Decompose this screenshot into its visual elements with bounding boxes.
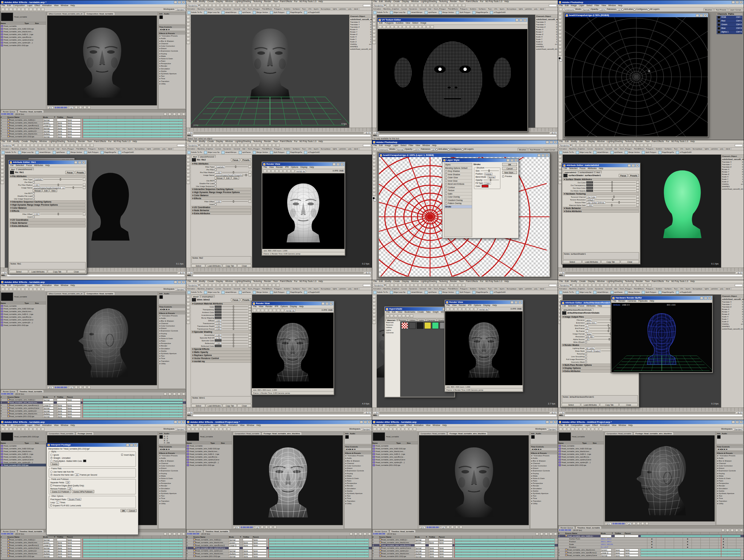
shelf-tab[interactable]: lkonoptasye xyxy=(320,8,332,10)
effects-category[interactable]: ▸ Color Correction xyxy=(530,464,557,467)
shelf-tab[interactable]: Banshee_Graphics xyxy=(197,8,215,10)
trkmat-select[interactable]: None xyxy=(57,552,67,555)
palette-well-tab[interactable]: Tool Presets xyxy=(714,8,728,11)
attr-value[interactable]: Out Color xyxy=(586,196,596,198)
timeline-column-header[interactable]: TrkMat xyxy=(615,532,624,534)
channel-row[interactable]: Translate Z0 xyxy=(349,26,372,28)
close-button[interactable]: × xyxy=(704,14,707,17)
shelf-item[interactable]: detachSkinpo xyxy=(222,151,236,154)
shelf-tab[interactable]: stand xyxy=(353,288,360,290)
effects-category[interactable]: ▸ Transition xyxy=(159,80,185,82)
status-line-tool-icon[interactable] xyxy=(248,144,252,147)
timeline-column-header[interactable]: Source Name xyxy=(7,116,43,118)
style-checkbox[interactable] xyxy=(445,186,447,188)
maximize-button[interactable]: □ xyxy=(736,1,739,4)
maximize-button[interactable]: □ xyxy=(78,161,81,164)
layer-duration-bar[interactable] xyxy=(83,413,183,415)
menu-item[interactable]: Edit xyxy=(193,280,197,283)
status-line-tool-icon[interactable] xyxy=(632,144,635,147)
attr-button[interactable]: Edit xyxy=(43,189,49,192)
effects-category[interactable]: ▸ Synthetic Aperture xyxy=(344,492,371,495)
style-list-item[interactable]: Color Overlay xyxy=(444,195,472,199)
anti-alias-checkbox[interactable] xyxy=(622,9,624,10)
project-item[interactable]: Head_turntable_wire_spideryCarve xyxy=(0,318,46,321)
shelf-tab[interactable]: PaintEffects xyxy=(75,148,87,150)
menu-item[interactable]: Toon xyxy=(273,140,278,143)
shelf-tab[interactable]: layers xyxy=(685,148,692,150)
shelf-tab[interactable]: Animation xyxy=(558,288,568,290)
mode-select[interactable]: Rendering xyxy=(559,144,570,147)
shelf-item[interactable]: zzToggleSubD xyxy=(304,151,320,154)
project-item[interactable]: Head_turntable xyxy=(186,444,232,447)
status-line-tool-icon[interactable] xyxy=(576,144,580,147)
status-line-tool-icon[interactable] xyxy=(616,144,620,147)
channel-row[interactable]: Rotate X0 xyxy=(721,168,744,171)
parent-select[interactable]: None xyxy=(67,404,81,407)
layer-ruler[interactable] xyxy=(81,538,186,541)
shelf-item[interactable]: spinFaces xyxy=(610,151,623,154)
status-line-tool-icon[interactable] xyxy=(402,284,406,287)
parent-select[interactable]: None xyxy=(67,399,81,401)
timeline-timecode[interactable]: 0:00:00:00 xyxy=(1,393,13,395)
shelf-item[interactable]: Subdiv To Po xyxy=(2,151,16,154)
layer-duration-bar[interactable] xyxy=(269,542,369,544)
effects-category[interactable]: ▸ Synthetic Aperture xyxy=(716,492,743,495)
minimize-button[interactable]: _ xyxy=(511,301,514,304)
trkmat-select[interactable]: None xyxy=(57,550,67,552)
tab-audio[interactable]: Audio xyxy=(721,432,727,435)
guess-32-button[interactable]: Guess 3:2 Pulldown xyxy=(50,490,71,493)
shelf-item[interactable]: detachSkinpo xyxy=(222,11,236,14)
attr-editor-button[interactable]: Select xyxy=(563,260,582,263)
attr-slider[interactable] xyxy=(222,172,248,173)
status-line-tool-icon[interactable] xyxy=(580,284,584,287)
menu-item[interactable]: Paint Effects xyxy=(652,140,664,143)
style-checkbox[interactable] xyxy=(445,196,447,198)
project-item[interactable]: Head_turntable_wire_blackLines... xyxy=(0,30,46,33)
effects-category[interactable]: ▸ Matte xyxy=(159,55,185,58)
timeline-tab[interactable]: Timeline: Head_turntable xyxy=(18,110,44,113)
map-button-icon[interactable] xyxy=(636,201,639,204)
channel-row[interactable]: Scale X1 xyxy=(721,176,744,178)
timeline-column-header[interactable]: # xyxy=(0,116,7,118)
menu-item[interactable]: Composition xyxy=(13,284,25,287)
status-line-tool-icon[interactable] xyxy=(248,284,252,287)
attr-value[interactable]: name xyxy=(585,319,592,321)
attr-tab[interactable]: shadingMap1 xyxy=(200,295,215,298)
palette-well-tab[interactable]: Layer Comps xyxy=(728,8,743,11)
menu-item[interactable]: Cameras xyxy=(627,300,636,302)
shelf-tab[interactable]: UVs xyxy=(307,148,312,150)
uv-editor-tool-icon[interactable] xyxy=(418,26,422,29)
shelf-tab[interactable]: General xyxy=(604,148,613,150)
quick-field[interactable] xyxy=(363,4,371,7)
range-slider[interactable]: 1.0048.00 xyxy=(372,411,558,414)
effects-category[interactable]: ▸ Utility xyxy=(159,362,185,365)
select-tool-icon[interactable] xyxy=(372,15,376,18)
attr-checkbox[interactable] xyxy=(215,183,217,184)
hand-tool-icon[interactable] xyxy=(5,428,9,431)
shelf-tab[interactable]: Subdivs xyxy=(469,288,477,290)
brush-tool-icon[interactable] xyxy=(558,38,562,41)
rotate-tool-icon[interactable] xyxy=(372,26,376,30)
keyframe-icon[interactable]: ◆ xyxy=(687,546,689,548)
channel-row[interactable]: Rotate Z0 xyxy=(349,33,372,36)
color-swatch[interactable] xyxy=(215,317,222,319)
parent-select[interactable]: None xyxy=(67,133,81,135)
close-button[interactable]: × xyxy=(523,19,526,22)
style-checkbox[interactable] xyxy=(445,202,447,204)
attribute-section[interactable]: ▾Vector Renderer Control xyxy=(191,357,251,360)
viewer-option-icon[interactable] xyxy=(265,526,268,529)
menu-item[interactable]: Toon xyxy=(459,280,463,283)
menu-item[interactable]: List xyxy=(562,305,566,307)
menu-item[interactable]: Help xyxy=(45,164,50,166)
channel-row[interactable]: Alpha 1Ctrl+4 xyxy=(717,30,742,34)
parent-select[interactable]: None xyxy=(624,535,638,537)
style-checkbox[interactable] xyxy=(445,193,447,194)
maximize-button[interactable]: □ xyxy=(736,421,739,423)
menu-item[interactable]: MJ Poly Tools 1.3 xyxy=(485,280,502,283)
menu-item[interactable]: MJ Poly Tools 1.3 xyxy=(299,280,316,283)
menu-item[interactable]: Window xyxy=(597,140,605,143)
shelf-tab[interactable]: lights xyxy=(518,288,524,290)
render-view-tool-icon[interactable] xyxy=(279,170,283,173)
shelf-tab[interactable]: Animation xyxy=(186,8,197,10)
attr-slider[interactable] xyxy=(594,185,636,185)
